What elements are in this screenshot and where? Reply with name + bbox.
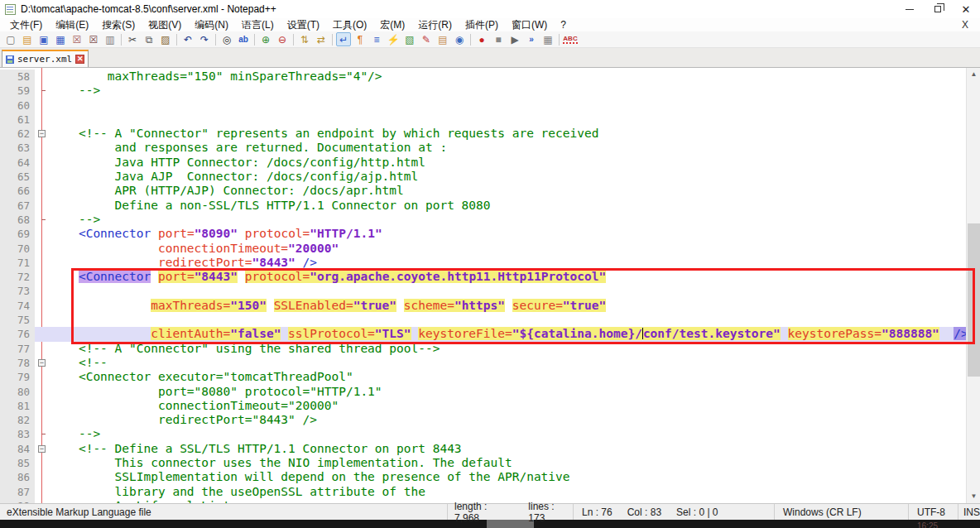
print-icon[interactable]: ▥: [103, 32, 118, 46]
code-line[interactable]: 77 <!-- A "Connector" using the shared t…: [0, 342, 966, 356]
menu-item-9[interactable]: 运行(R): [411, 18, 459, 32]
fold-margin: [35, 141, 50, 155]
code-line[interactable]: 78− <!--: [0, 356, 966, 370]
code-line[interactable]: 70 connectionTimeout="20000": [0, 242, 966, 256]
word-wrap-icon[interactable]: ↵: [336, 32, 351, 46]
menu-item-8[interactable]: 宏(M): [373, 18, 411, 32]
close-button[interactable]: ✕: [952, 0, 980, 18]
document-map-icon[interactable]: ▧: [402, 32, 417, 46]
code-line[interactable]: 60: [0, 98, 966, 113]
menu-item-10[interactable]: 插件(P): [459, 18, 505, 32]
restore-button[interactable]: [924, 0, 952, 18]
record-macro-icon[interactable]: ●: [474, 32, 489, 46]
new-file-icon[interactable]: ▢: [3, 32, 18, 46]
code-line[interactable]: 61: [0, 113, 966, 127]
indent-guide-icon[interactable]: ≡: [369, 32, 384, 46]
taskbar-clock: 16:25: [917, 521, 938, 528]
save-all-icon[interactable]: ▦: [53, 32, 68, 46]
code-line[interactable]: 72 <Connector port="8443" protocol="org.…: [0, 270, 966, 284]
copy-icon[interactable]: ⧉: [142, 32, 156, 46]
code-line[interactable]: 73: [0, 284, 966, 298]
fold-collapse-icon[interactable]: −: [38, 130, 46, 137]
spell-check-icon[interactable]: ABC: [563, 32, 578, 46]
code-line[interactable]: 80 port="8080" protocol="HTTP/1.1": [0, 385, 966, 399]
line-number: 62: [0, 127, 35, 141]
tab-close-icon[interactable]: ✕: [75, 55, 84, 64]
code-line[interactable]: 74 maxThreads="150" SSLEnabled="true" sc…: [0, 299, 966, 313]
folder-as-workspace-icon[interactable]: ▤: [435, 32, 450, 46]
code-line[interactable]: 59 -->: [0, 84, 966, 98]
editor-pane[interactable]: 58 maxThreads="150" minSpareThreads="4"/…: [0, 68, 966, 503]
cut-icon[interactable]: ✂: [125, 32, 140, 46]
code-text: <Connector port="8090" protocol="HTTP/1.…: [50, 227, 382, 241]
code-line[interactable]: 81 connectionTimeout="20000": [0, 399, 966, 413]
paste-icon[interactable]: ▨: [158, 32, 173, 46]
code-line[interactable]: 62− <!-- A "Connector" represents an end…: [0, 127, 966, 141]
code-line[interactable]: 87 library and the useOpenSSL attribute …: [0, 485, 966, 499]
fold-collapse-icon[interactable]: −: [38, 359, 46, 367]
tab-server-xml[interactable]: server.xml ✕: [2, 50, 89, 67]
code-line[interactable]: 71 redirectPort="8443" />: [0, 256, 966, 270]
menu-item-3[interactable]: 视图(V): [142, 18, 188, 32]
fold-margin: [35, 256, 50, 270]
sync-scroll-vertical-icon[interactable]: ⇅: [297, 32, 312, 46]
minimize-button[interactable]: [896, 0, 924, 18]
status-cursor-position: Ln : 76 Col : 83 Sel : 0 | 0: [573, 504, 774, 520]
redo-icon[interactable]: ↷: [197, 32, 212, 46]
scrollbar-thumb[interactable]: [968, 223, 980, 377]
code-line[interactable]: 85 This connector uses the NIO implement…: [0, 456, 966, 470]
run-macro-multiple-icon[interactable]: »: [524, 32, 539, 46]
find-icon[interactable]: ◎: [219, 32, 234, 46]
save-icon[interactable]: ▣: [36, 32, 51, 46]
open-file-icon[interactable]: ▤: [20, 32, 35, 46]
notepad-plus-plus-window: D:\tomcat\apache-tomcat-8.5\conf\server.…: [0, 0, 980, 528]
zoom-in-icon[interactable]: ⊕: [258, 32, 273, 46]
code-line[interactable]: 84− <!-- Define a SSL/TLS HTTP/1.1 Conne…: [0, 442, 966, 456]
code-line[interactable]: 75: [0, 313, 966, 327]
function-list-icon[interactable]: ✎: [419, 32, 434, 46]
close-document-icon[interactable]: ☒: [70, 32, 84, 46]
menu-item-7[interactable]: 工具(O): [326, 18, 373, 32]
status-eol-format: Windows (CR LF): [774, 504, 908, 520]
code-line[interactable]: 69 <Connector port="8090" protocol="HTTP…: [0, 227, 966, 241]
code-line[interactable]: 83 -->: [0, 427, 966, 441]
code-line[interactable]: 86 SSLImplementation will depend on the …: [0, 470, 966, 484]
menu-item-0[interactable]: 文件(F): [3, 18, 49, 32]
save-macro-icon[interactable]: ▦: [540, 32, 555, 46]
replace-icon[interactable]: ab: [236, 32, 251, 46]
code-line[interactable]: 64 Java HTTP Connector: /docs/config/htt…: [0, 156, 966, 170]
code-line[interactable]: 79 <Connector executor="tomcatThreadPool…: [0, 370, 966, 384]
menu-close-document-button[interactable]: X: [962, 19, 968, 31]
menu-item-4[interactable]: 编码(N): [188, 18, 235, 32]
vertical-scrollbar[interactable]: ▲ ▼: [966, 68, 980, 503]
close-all-documents-icon[interactable]: ☒: [86, 32, 101, 46]
menu-item-5[interactable]: 语言(L): [235, 18, 281, 32]
monitoring-eye-icon[interactable]: ◉: [452, 32, 467, 46]
code-line[interactable]: 66 APR (HTTP/AJP) Connector: /docs/apr.h…: [0, 184, 966, 198]
line-number: 63: [0, 141, 35, 155]
code-line[interactable]: 82 redirectPort="8443" />: [0, 413, 966, 427]
menu-item-12[interactable]: ?: [554, 19, 573, 31]
menu-item-1[interactable]: 编辑(E): [49, 18, 95, 32]
code-line[interactable]: 63 and responses are returned. Documenta…: [0, 141, 966, 155]
fold-margin: [35, 299, 50, 313]
code-line[interactable]: 67 Define a non-SSL/TLS HTTP/1.1 Connect…: [0, 199, 966, 213]
show-all-characters-icon[interactable]: ¶: [353, 32, 368, 46]
zoom-out-icon[interactable]: ⊖: [275, 32, 290, 46]
scroll-up-icon[interactable]: ▲: [967, 68, 980, 81]
scroll-down-icon[interactable]: ▼: [967, 490, 980, 503]
sync-scroll-horizontal-icon[interactable]: ⇄: [314, 32, 329, 46]
menu-item-11[interactable]: 窗口(W): [505, 18, 554, 32]
menu-item-6[interactable]: 设置(T): [281, 18, 326, 32]
stop-macro-icon[interactable]: ■: [491, 32, 506, 46]
fold-margin: [35, 485, 50, 499]
play-macro-icon[interactable]: ▶: [507, 32, 522, 46]
code-line[interactable]: 58 maxThreads="150" minSpareThreads="4"/…: [0, 70, 966, 84]
code-line[interactable]: 68 -->: [0, 213, 966, 227]
user-defined-language-icon[interactable]: ⚡: [386, 32, 401, 46]
fold-collapse-icon[interactable]: −: [38, 445, 46, 453]
code-line-current[interactable]: 76 clientAuth="false" sslProtocol="TLS" …: [0, 327, 966, 341]
undo-icon[interactable]: ↶: [180, 32, 195, 46]
code-line[interactable]: 65 Java AJP Connector: /docs/config/ajp.…: [0, 170, 966, 184]
menu-item-2[interactable]: 搜索(S): [95, 18, 142, 32]
